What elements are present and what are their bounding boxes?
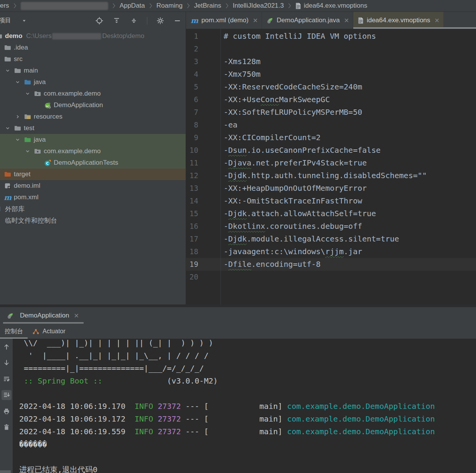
typo-highlight: Djdk (228, 234, 247, 243)
chevron-down-icon[interactable] (25, 149, 34, 154)
editor-tab-idea64.exe.vmoptions[interactable]: idea64.exe.vmoptions✕ (353, 12, 443, 29)
breadcrumb-item-file[interactable]: idea64.exe.vmoptions (295, 2, 367, 10)
scrollbar-thumb[interactable] (0, 470, 11, 473)
folder-blue-icon (24, 79, 31, 86)
console-line: ������ (19, 438, 476, 451)
editor-tab-pom.xml-(demo)[interactable]: mpom.xml (demo)✕ (186, 12, 262, 29)
soft-wrap-button[interactable] (2, 374, 12, 384)
chevron-down-icon[interactable] (5, 68, 14, 73)
tree-row-main[interactable]: main (0, 65, 186, 76)
breadcrumb-item[interactable]: IntelliJIdea2021.3 (233, 2, 284, 10)
console-line: 2022-04-18 10:06:19.170 INFO 27372 --- [… (19, 400, 476, 413)
spring-run-icon (267, 17, 273, 24)
tree-row-com.example.demo[interactable]: com.example.demo (0, 146, 186, 157)
console-output[interactable]: \\/ ___)| |_)| | | | | || (_| | ) ) ) ) … (13, 339, 476, 473)
run-tab-label: DemoApplication (20, 312, 69, 319)
editor-line: 8-ea (186, 119, 476, 131)
code-text: -ea (224, 120, 237, 129)
chevron-down-icon[interactable] (22, 18, 26, 23)
tree-row-resources[interactable]: resources (0, 111, 186, 122)
tree-row-DemoApplication[interactable]: DemoApplication (0, 99, 186, 111)
line-number: 3 (186, 55, 198, 68)
code-text: -Djava.net.preferIPv4Stack=true (224, 158, 367, 167)
arrow-up-button[interactable] (2, 342, 12, 352)
editor-line: 11-Djava.net.preferIPv4Stack=true (186, 157, 476, 169)
code-text: -XX:+HeapDumpOnOutOfMemoryError (224, 184, 367, 193)
line-number: 4 (186, 68, 198, 81)
breadcrumb-item[interactable]: ers (0, 2, 9, 10)
settings-icon[interactable] (156, 17, 165, 25)
breadcrumb-item[interactable]: AppData (120, 2, 145, 10)
editor-lines: 1# custom IntelliJ IDEA VM options23-Xms… (186, 29, 476, 283)
line-number: 19 (186, 258, 198, 271)
run-tab-demoapplication[interactable]: DemoApplication ✕ (3, 307, 84, 324)
redacted-path (52, 33, 101, 40)
trash-button[interactable] (2, 422, 12, 432)
code-text: -XX:+UseConcMarkSweepGC (224, 95, 330, 104)
console-tab-Actuator[interactable]: Actuator (28, 324, 70, 339)
chevron-right-icon[interactable] (15, 114, 24, 119)
close-icon[interactable]: ✕ (435, 17, 440, 24)
close-icon[interactable]: ✕ (74, 312, 79, 319)
close-icon[interactable]: ✕ (344, 17, 349, 24)
editor-line: 1# custom IntelliJ IDEA VM options (186, 30, 476, 43)
project-panel-title: 项目 (0, 17, 11, 25)
package-icon (34, 90, 41, 97)
editor-line: 10-Dsun.io.useCanonPrefixCache=false (186, 144, 476, 157)
chevron-down-icon[interactable] (5, 126, 14, 131)
line-number: 5 (186, 81, 198, 93)
folder-green-icon (24, 136, 31, 143)
console-line (19, 387, 476, 400)
tree-row-.idea[interactable]: .idea (0, 42, 186, 53)
tree-row-java[interactable]: java (0, 76, 186, 88)
svg-text:C: C (46, 161, 49, 165)
console-tab-控制台[interactable]: 控制台 (0, 324, 28, 339)
breadcrumb-separator-icon (13, 3, 16, 9)
tree-row-demo.iml[interactable]: demo.iml (0, 180, 186, 192)
line-number: 2 (186, 43, 198, 55)
editor-line: 15-Djdk.attach.allowAttachSelf=true (186, 207, 476, 220)
tree-item-label: 临时文件和控制台 (5, 216, 57, 225)
expand-all-icon[interactable] (112, 17, 121, 25)
locate-icon[interactable] (95, 17, 104, 25)
console-line: =========|_|==============|___/=/_/_/_/ (19, 362, 476, 375)
chevron-down-icon[interactable] (15, 137, 24, 142)
code-text: -javaagent:c:\windows\rjjm.jar (224, 247, 362, 256)
library-icon (0, 205, 2, 212)
breadcrumb-separator-icon (226, 3, 229, 9)
breadcrumb-item[interactable]: Roaming (156, 2, 183, 10)
tab-label: idea64.exe.vmoptions (367, 17, 430, 24)
editor-code-area[interactable]: 1# custom IntelliJ IDEA VM options23-Xms… (186, 29, 476, 304)
test-class-icon: C (44, 159, 51, 166)
line-number: 11 (186, 157, 198, 169)
scroll-end-button[interactable] (2, 390, 12, 400)
tree-row-test[interactable]: test (0, 122, 186, 134)
tree-item-label: resources (34, 113, 63, 121)
chevron-down-icon[interactable] (15, 79, 24, 85)
breadcrumb-item[interactable]: JetBrains (194, 2, 221, 10)
tree-row-target[interactable]: target (0, 169, 186, 180)
typo-highlight: Conc (260, 95, 279, 104)
tree-row-java[interactable]: java (0, 134, 186, 146)
tree-row-demo[interactable]: demoC:\UsersDesktop\demo (0, 30, 186, 42)
tree-row-src[interactable]: src (0, 53, 186, 65)
editor-tab-DemoApplication.java[interactable]: DemoApplication.java✕ (262, 12, 353, 29)
chevron-down-icon[interactable] (25, 91, 34, 96)
console-line (19, 451, 476, 463)
hide-icon[interactable] (173, 17, 182, 25)
tree-row-DemoApplicationTests[interactable]: CDemoApplicationTests (0, 157, 186, 169)
tree-row-com.example.demo[interactable]: com.example.demo (0, 88, 186, 99)
collapse-all-icon[interactable] (130, 17, 138, 25)
tree-item-label: demo.iml (14, 182, 40, 190)
code-text: -Dkotlinx.coroutines.debug=off (224, 222, 362, 231)
tree-item-label: src (14, 55, 23, 63)
tree-row-外部库[interactable]: 外部库 (0, 203, 186, 215)
tree-row-临时文件和控制台[interactable]: 临时文件和控制台 (0, 215, 186, 226)
tree-row-pom.xml[interactable]: mpom.xml (0, 192, 186, 203)
typo-highlight: Dfile (228, 260, 251, 269)
tree-item-label: java (34, 136, 46, 144)
typo-highlight: Djdk (228, 171, 247, 180)
arrow-down-button[interactable] (2, 358, 12, 368)
print-button[interactable] (2, 406, 12, 416)
close-icon[interactable]: ✕ (253, 17, 258, 24)
